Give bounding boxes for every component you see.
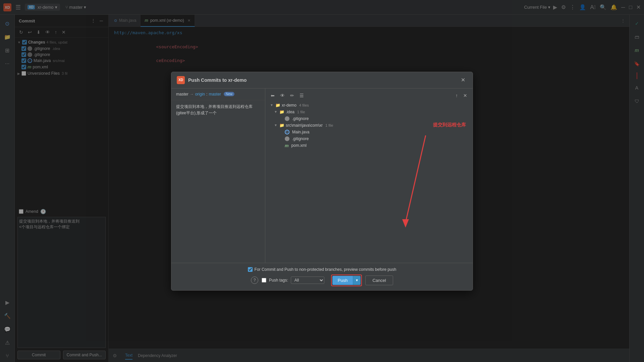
dialog-title: Push Commits to xr-demo (188, 77, 455, 83)
src-file-m-label: pom.xml (291, 143, 307, 148)
dialog-app-icon: XD (177, 76, 185, 84)
push-dropdown-button[interactable]: ▾ (353, 276, 361, 285)
dialog-branch-row: master → origin : master New (171, 88, 265, 100)
footer-bottom-row: ? Push tags: All Push ▾ Cancel (251, 275, 393, 286)
src-file-c-label: Main.java (292, 130, 309, 134)
branch-colon: : (206, 92, 207, 97)
branch-master-link[interactable]: master (209, 92, 221, 97)
toolbar-back-icon[interactable]: ⬅ (269, 92, 277, 99)
idea-count: 1 file (297, 110, 305, 114)
svg-line-0 (406, 135, 426, 223)
dialog-left-pane: master → origin : master New 提交项目到本地，并将项… (171, 88, 265, 263)
preview-checkbox-row: For Commit and Push to non-protected bra… (248, 267, 396, 272)
branch-origin-link[interactable]: origin (195, 92, 205, 97)
red-arrow-annotation (399, 132, 432, 234)
tree-mainjava[interactable]: C Main.java (269, 129, 469, 135)
src-arrow: ▼ (274, 123, 278, 127)
push-button-highlight: Push ▾ (331, 275, 362, 286)
annotation-area: 提交到远程仓库 (433, 122, 466, 128)
toolbar-close-icon[interactable]: ✕ (461, 92, 469, 99)
root-folder-icon: 📁 (275, 103, 280, 108)
push-tags-select[interactable]: All (291, 277, 324, 284)
file-m-icon-pom: m (285, 143, 289, 148)
dialog-header: XD Push Commits to xr-demo ✕ (171, 72, 473, 88)
preview-label: For Commit and Push to non-protected bra… (255, 267, 396, 272)
cancel-button[interactable]: Cancel (365, 276, 393, 285)
root-count: 4 files (299, 103, 309, 107)
dialog-right-pane: ⬅ 👁 ✏ ☰ ↑ ✕ ▼ 📁 xr-demo 4 files (265, 88, 473, 263)
branch-new-badge: New (224, 92, 234, 96)
preview-checkbox[interactable] (248, 267, 253, 272)
dialog-commit-message: 提交项目到本地，并将项目推送到远程仓库(gitee平台),形成了一个 (171, 100, 265, 263)
tree-pomxml[interactable]: m pom.xml (269, 142, 469, 149)
dialog-body: master → origin : master New 提交项目到本地，并将项… (171, 88, 473, 263)
root-arrow: ▼ (270, 103, 274, 107)
red-arrow-svg (399, 132, 432, 233)
idea-label: .idea (286, 110, 294, 114)
idea-arrow: ▼ (274, 110, 278, 114)
branch-arrow-icon: → (190, 92, 194, 97)
branch-from-label: master (176, 92, 189, 97)
toolbar-edit-icon[interactable]: ✏ (288, 92, 296, 99)
tree-idea-folder[interactable]: ▼ 📁 .idea 1 file (269, 109, 469, 115)
push-tags-row: Push tags: All (262, 277, 324, 284)
tree-gitignore-root[interactable]: .gitignore (269, 135, 469, 142)
file-no-icon-idea (285, 116, 289, 121)
toolbar-eye-icon[interactable]: 👁 (278, 92, 287, 99)
idea-file-label: .gitignore (292, 116, 309, 121)
file-c-icon-main: C (285, 130, 289, 134)
src-count: 1 file (325, 123, 333, 127)
push-button[interactable]: Push (332, 276, 353, 285)
tree-root[interactable]: ▼ 📁 xr-demo 4 files (269, 102, 469, 109)
root-label: xr-demo (282, 103, 297, 108)
annotation-text: 提交到远程仓库 (433, 122, 466, 127)
svg-marker-1 (402, 219, 409, 228)
help-button[interactable]: ? (251, 277, 258, 284)
dialog-toolbar: ⬅ 👁 ✏ ☰ ↑ ✕ (269, 92, 469, 99)
src-folder-icon: 📁 (279, 123, 284, 128)
dialog-close-button[interactable]: ✕ (459, 76, 467, 84)
toolbar-up-icon[interactable]: ↑ (453, 92, 460, 99)
src-label: src\main\java\com\xr (286, 123, 323, 128)
dialog-footer: For Commit and Push to non-protected bra… (171, 263, 473, 290)
toolbar-list-icon[interactable]: ☰ (298, 92, 306, 99)
push-tags-label: Push tags: (269, 278, 288, 283)
push-tags-checkbox[interactable] (262, 278, 266, 283)
dialog-overlay: XD Push Commits to xr-demo ✕ master → or… (0, 0, 644, 362)
src-file-no-label: .gitignore (292, 136, 309, 141)
tree-gitignore-idea[interactable]: .gitignore (269, 115, 469, 122)
file-no-icon-root (285, 136, 289, 141)
push-dialog: XD Push Commits to xr-demo ✕ master → or… (171, 72, 473, 291)
idea-folder-icon: 📁 (279, 110, 284, 114)
